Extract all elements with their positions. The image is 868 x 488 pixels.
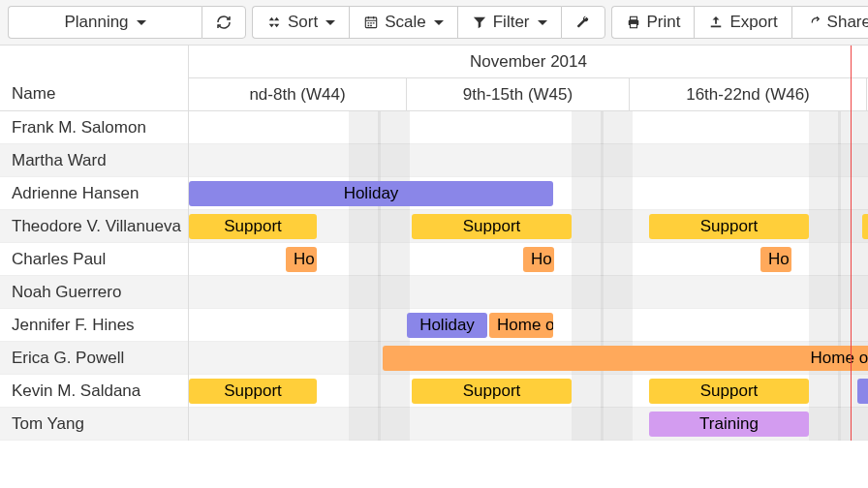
event-bar[interactable] xyxy=(862,214,868,239)
print-label: Print xyxy=(647,13,681,32)
row-track[interactable]: HoHoHo xyxy=(189,243,868,276)
calendar-icon xyxy=(363,15,379,30)
row-track[interactable]: Training xyxy=(189,408,868,441)
weekend-stripe xyxy=(809,408,841,441)
resource-name[interactable]: Theodore V. Villanueva xyxy=(0,210,189,243)
refresh-button[interactable] xyxy=(202,6,246,39)
print-icon xyxy=(626,15,641,30)
export-button[interactable]: Export xyxy=(694,6,790,39)
weekend-stripe xyxy=(378,243,410,276)
weekend-stripe xyxy=(601,243,633,276)
table-row: Charles PaulHoHoHo xyxy=(0,243,868,276)
weekend-stripe xyxy=(378,111,410,144)
resource-name[interactable]: Noah Guerrero xyxy=(0,276,189,309)
table-row: Theodore V. VillanuevaSupportSupportSupp… xyxy=(0,210,868,243)
event-bar[interactable]: Home o xyxy=(489,313,553,338)
event-bar[interactable]: Ho xyxy=(523,247,554,272)
share-label: Share xyxy=(827,13,868,32)
weekend-stripe xyxy=(349,342,381,375)
weekend-stripe xyxy=(838,276,868,309)
weekend-stripe xyxy=(572,177,604,210)
weekend-stripe xyxy=(809,111,841,144)
name-column-header[interactable]: Name xyxy=(0,46,189,111)
weekend-stripe xyxy=(809,309,841,342)
resource-name[interactable]: Jennifer F. Hines xyxy=(0,309,189,342)
weekend-stripe xyxy=(349,144,381,177)
row-track[interactable]: SupportSupportSupport xyxy=(189,375,868,408)
weekend-stripe xyxy=(349,111,381,144)
planning-label: Planning xyxy=(64,13,128,32)
wrench-icon xyxy=(575,15,591,30)
filter-label: Filter xyxy=(493,13,530,32)
resource-name[interactable]: Adrienne Hansen xyxy=(0,177,189,210)
resource-name[interactable]: Tom Yang xyxy=(0,408,189,441)
row-track[interactable] xyxy=(189,276,868,309)
weekend-stripe xyxy=(378,309,410,342)
row-track[interactable] xyxy=(189,144,868,177)
weekend-stripe xyxy=(838,177,868,210)
scale-label: Scale xyxy=(385,13,426,32)
weekend-stripe xyxy=(838,144,868,177)
timeline-header: Name November 2014 nd-8th (W44)9th-15th … xyxy=(0,46,868,111)
svg-rect-1 xyxy=(630,16,636,20)
event-bar[interactable]: Training xyxy=(649,412,809,437)
share-button[interactable]: Share xyxy=(791,6,868,39)
resource-name[interactable]: Kevin M. Saldana xyxy=(0,375,189,408)
event-bar[interactable]: Holiday xyxy=(189,181,553,206)
month-header: November 2014 xyxy=(189,46,868,78)
caret-down-icon xyxy=(137,20,146,25)
resource-name[interactable]: Frank M. Salomon xyxy=(0,111,189,144)
name-header-label: Name xyxy=(12,84,55,104)
weekend-stripe xyxy=(572,276,604,309)
sort-icon xyxy=(266,15,282,30)
share-icon xyxy=(806,15,822,30)
resource-name[interactable]: Erica G. Powell xyxy=(0,342,189,375)
row-track[interactable]: HolidayHome o xyxy=(189,309,868,342)
weekend-stripe xyxy=(349,210,381,243)
weekend-stripe xyxy=(378,375,410,408)
resource-name[interactable]: Charles Paul xyxy=(0,243,189,276)
weekend-stripe xyxy=(601,375,633,408)
event-bar[interactable]: Ho xyxy=(286,247,317,272)
settings-button[interactable] xyxy=(561,6,605,39)
weekend-stripe xyxy=(601,276,633,309)
caret-down-icon xyxy=(538,20,547,25)
caret-down-icon xyxy=(434,20,444,25)
event-bar[interactable]: Support xyxy=(189,379,317,404)
weekend-stripe xyxy=(809,375,841,408)
week-header[interactable]: 16th-22nd (W46) xyxy=(630,78,867,111)
filter-dropdown[interactable]: Filter xyxy=(457,6,561,39)
row-track[interactable]: SupportSupportSupport xyxy=(189,210,868,243)
row-track[interactable]: Holiday xyxy=(189,177,868,210)
scale-dropdown[interactable]: Scale xyxy=(349,6,457,39)
filter-icon xyxy=(472,15,487,30)
weekend-stripe xyxy=(601,210,633,243)
event-bar[interactable]: Support xyxy=(412,379,572,404)
weekend-stripe xyxy=(838,111,868,144)
event-bar[interactable]: Ho xyxy=(760,247,791,272)
sort-label: Sort xyxy=(288,13,318,32)
event-bar[interactable]: Support xyxy=(189,214,317,239)
event-bar[interactable]: Support xyxy=(649,379,809,404)
week-header[interactable]: nd-8th (W44) xyxy=(189,78,407,111)
weekend-stripe xyxy=(809,276,841,309)
weekend-stripe xyxy=(601,177,633,210)
weekend-stripe xyxy=(349,276,381,309)
event-bar[interactable] xyxy=(857,379,868,404)
weekend-stripe xyxy=(601,309,633,342)
sort-dropdown[interactable]: Sort xyxy=(252,6,349,39)
event-bar[interactable]: Holiday xyxy=(407,313,487,338)
table-row: Jennifer F. HinesHolidayHome o xyxy=(0,309,868,342)
weekend-stripe xyxy=(809,243,841,276)
weekend-stripe xyxy=(601,408,633,441)
planning-dropdown[interactable]: Planning xyxy=(8,6,202,39)
event-bar[interactable]: Support xyxy=(412,214,572,239)
weekend-stripe xyxy=(838,309,868,342)
resource-name[interactable]: Martha Ward xyxy=(0,144,189,177)
week-header[interactable]: 9th-15th (W45) xyxy=(407,78,630,111)
row-track[interactable]: Home office xyxy=(189,342,868,375)
row-track[interactable] xyxy=(189,111,868,144)
event-bar[interactable]: Home office xyxy=(383,346,868,371)
event-bar[interactable]: Support xyxy=(649,214,809,239)
print-button[interactable]: Print xyxy=(611,6,695,39)
